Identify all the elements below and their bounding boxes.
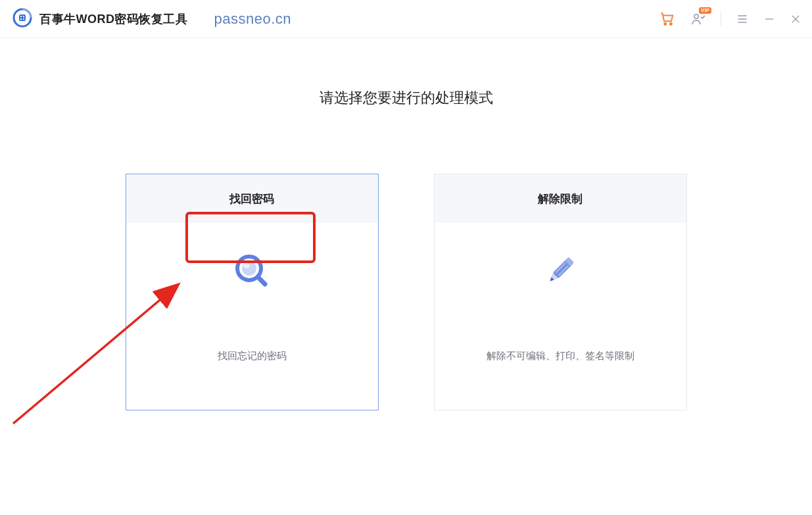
menu-icon[interactable] bbox=[736, 12, 749, 26]
card-title: 解除限制 bbox=[435, 174, 686, 223]
svg-rect-1 bbox=[19, 14, 26, 21]
vip-badge: VIP bbox=[699, 7, 711, 14]
card-remove-restriction[interactable]: 解除限制 解除不可编辑、打印、签名等限制 bbox=[434, 174, 687, 410]
app-title: 百事牛WORD密码恢复工具 bbox=[39, 11, 188, 27]
magnifier-icon bbox=[232, 251, 272, 291]
svg-rect-5 bbox=[23, 18, 24, 20]
pencil-icon bbox=[540, 251, 580, 291]
svg-point-6 bbox=[664, 23, 666, 25]
app-logo-title: 百事牛WORD密码恢复工具 bbox=[12, 7, 188, 31]
card-title: 找回密码 bbox=[126, 174, 378, 223]
card-desc: 解除不可编辑、打印、签名等限制 bbox=[487, 350, 634, 362]
card-desc: 找回忘记的密码 bbox=[218, 350, 287, 362]
svg-rect-3 bbox=[23, 16, 24, 17]
main-area: 请选择您要进行的处理模式 找回密码 找回忘记的密码 解除限制 bbox=[0, 88, 812, 515]
svg-point-8 bbox=[694, 14, 698, 18]
user-icon[interactable]: VIP bbox=[690, 11, 706, 27]
svg-rect-2 bbox=[20, 16, 22, 17]
svg-point-17 bbox=[243, 263, 250, 268]
mode-cards: 找回密码 找回忘记的密码 解除限制 bbox=[0, 174, 812, 410]
card-body: 找回忘记的密码 bbox=[126, 223, 378, 410]
card-body: 解除不可编辑、打印、签名等限制 bbox=[435, 223, 686, 410]
separator bbox=[721, 12, 721, 26]
svg-point-7 bbox=[670, 23, 672, 25]
app-header: 百事牛WORD密码恢复工具 passneo.cn VIP bbox=[0, 0, 812, 38]
minimize-icon[interactable] bbox=[763, 13, 775, 25]
watermark-text: passneo.cn bbox=[214, 11, 292, 28]
svg-rect-4 bbox=[20, 18, 22, 20]
cart-icon[interactable] bbox=[659, 11, 676, 28]
close-icon[interactable] bbox=[790, 13, 801, 25]
app-logo-icon bbox=[12, 7, 33, 31]
card-recover-password[interactable]: 找回密码 找回忘记的密码 bbox=[126, 174, 379, 410]
header-controls: VIP bbox=[659, 0, 801, 38]
prompt-text: 请选择您要进行的处理模式 bbox=[0, 88, 812, 108]
svg-point-16 bbox=[242, 261, 256, 276]
